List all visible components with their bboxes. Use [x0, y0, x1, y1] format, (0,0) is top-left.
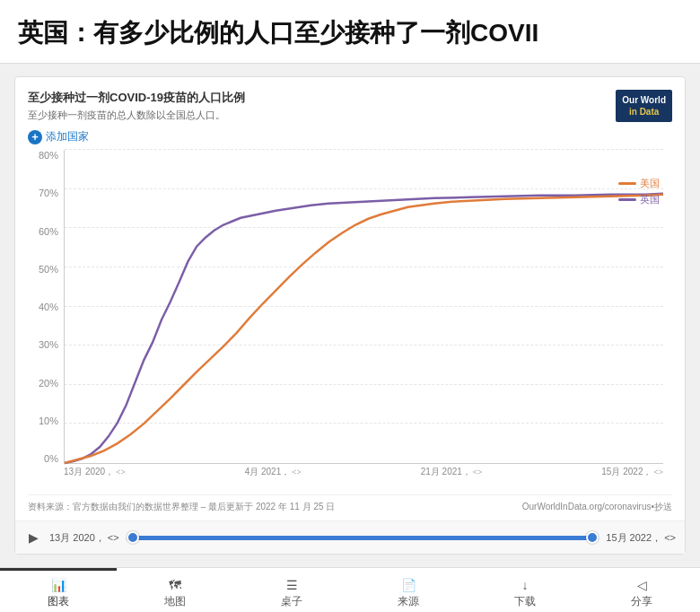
y-label-80: 80%: [28, 150, 64, 161]
chart-container: 至少接种过一剂COVID-19疫苗的人口比例 至少接种一剂疫苗的总人数除以全国总…: [14, 76, 686, 555]
chart-plot: 美国 英国: [64, 150, 663, 464]
tab-sources[interactable]: 📄 来源: [350, 568, 467, 612]
y-label-50: 50%: [28, 264, 64, 275]
chart-svg: [65, 150, 663, 463]
tab-map-label: 地图: [164, 594, 186, 609]
tab-map[interactable]: 🗺 地图: [117, 568, 233, 612]
page-title: 英国：有多少比例的人口至少接种了一剂COVII: [0, 0, 700, 64]
tab-share-label: 分享: [631, 594, 652, 609]
timeline-end-label: 15月 2022， <>: [606, 531, 676, 545]
tab-bar: 📊 图表 🗺 地图 ☰ 桌子 📄 来源 ↓ 下载 ◁ 分享: [0, 567, 700, 612]
owid-logo[interactable]: Our World in Data: [616, 90, 672, 122]
timeline-bar[interactable]: ▶ 13月 2020， <> 15月 2022， <>: [15, 520, 685, 554]
tab-share[interactable]: ◁ 分享: [583, 568, 700, 612]
y-label-20: 20%: [28, 378, 64, 389]
tab-sources-label: 来源: [398, 594, 419, 609]
y-label-30: 30%: [28, 339, 64, 350]
x-label-start: 13月 2020，: [64, 466, 114, 478]
chart-subtitle: 至少接种一剂疫苗的总人数除以全国总人口。: [28, 109, 245, 122]
y-label-60: 60%: [28, 226, 64, 237]
play-button[interactable]: ▶: [24, 529, 42, 546]
y-label-0: 0%: [28, 453, 64, 464]
tab-chart-label: 图表: [48, 594, 69, 609]
y-label-10: 10%: [28, 415, 64, 426]
x-arrow-start: <>: [116, 468, 126, 476]
slider-thumb-left[interactable]: [127, 531, 139, 544]
tab-download-label: 下载: [514, 594, 536, 609]
add-country-button[interactable]: + 添加国家: [28, 129, 672, 144]
x-label-mid1: 4月 2021，: [245, 466, 291, 478]
x-arrow-mid2: <>: [473, 468, 483, 476]
timeline-start-label: 13月 2020， <>: [49, 531, 119, 545]
tab-chart[interactable]: 📊 图表: [0, 568, 117, 612]
source-bar: 资料来源：官方数据由我们的数据世界整理 – 最后更新于 2022 年 11 月 …: [28, 494, 672, 520]
x-label-mid2: 21月 2021，: [421, 466, 471, 478]
chart-title: 至少接种过一剂COVID-19疫苗的人口比例: [28, 90, 245, 106]
chart-tab-icon: 📊: [51, 578, 66, 592]
download-tab-icon: ↓: [522, 578, 529, 592]
slider-thumb-right[interactable]: [586, 531, 599, 544]
tab-download[interactable]: ↓ 下载: [467, 568, 583, 612]
chart-legend: 美国 英国: [618, 177, 660, 206]
x-label-end: 15月 2022，: [601, 466, 652, 478]
map-tab-icon: 🗺: [169, 578, 181, 592]
legend-item-us: 美国: [618, 177, 660, 190]
source-right: OurWorldInData.org/coronavirus•抄送: [522, 501, 672, 513]
share-tab-icon: ◁: [637, 578, 647, 592]
x-arrow-mid1: <>: [292, 468, 302, 476]
y-label-70: 70%: [28, 188, 64, 198]
slider-track: [127, 536, 599, 540]
tab-table-label: 桌子: [281, 594, 302, 609]
sources-tab-icon: 📄: [401, 578, 416, 592]
legend-item-uk: 英国: [618, 193, 660, 206]
timeline-slider[interactable]: [127, 530, 599, 545]
source-left: 资料来源：官方数据由我们的数据世界整理 – 最后更新于 2022 年 11 月 …: [28, 501, 335, 513]
table-tab-icon: ☰: [286, 578, 298, 592]
y-label-40: 40%: [28, 302, 64, 312]
x-axis: 13月 2020， <> 4月 2021， <> 21月 2021， <> 15…: [64, 466, 663, 491]
x-arrow-end: <>: [653, 468, 663, 476]
tab-table[interactable]: ☰ 桌子: [233, 568, 350, 612]
